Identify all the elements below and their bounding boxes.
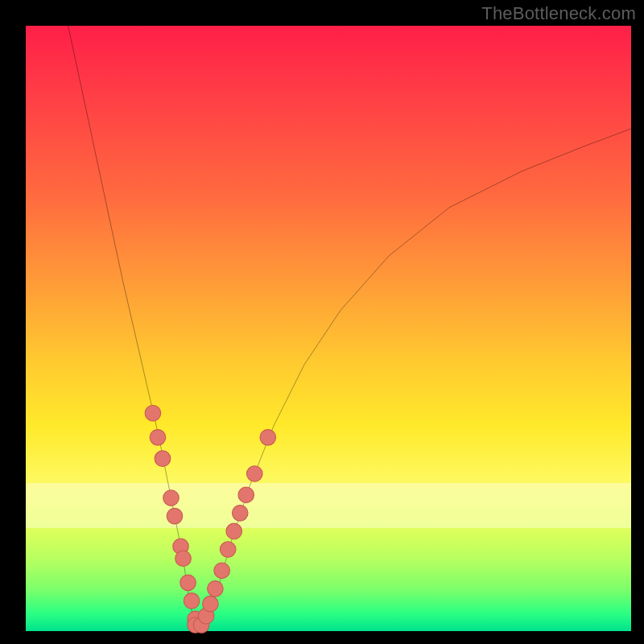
curve-marker: [203, 596, 219, 612]
plot-area: [26, 26, 631, 631]
curve-marker: [175, 551, 192, 567]
curve-markers: [145, 406, 275, 634]
curve-marker: [167, 508, 183, 524]
curve-marker: [150, 430, 166, 446]
curve-marker: [232, 506, 248, 522]
curve-marker: [220, 542, 236, 558]
bottleneck-curve: [68, 26, 631, 625]
curve-layer: [26, 26, 631, 631]
curve-marker: [155, 451, 171, 467]
chart-frame: TheBottleneck.com: [0, 0, 644, 644]
watermark-text: TheBottleneck.com: [481, 3, 636, 24]
curve-marker: [260, 430, 276, 446]
curve-marker: [145, 406, 161, 422]
curve-marker: [246, 466, 262, 482]
curve-marker: [226, 523, 242, 539]
curve-marker: [180, 575, 196, 591]
curve-marker: [214, 563, 230, 579]
curve-marker: [238, 487, 254, 503]
curve-marker: [184, 593, 200, 609]
curve-marker: [163, 490, 180, 506]
curve-marker: [208, 581, 224, 597]
